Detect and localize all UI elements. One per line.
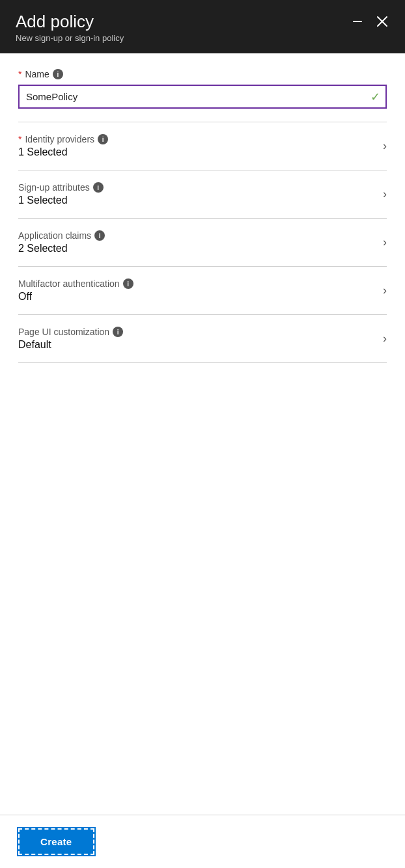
header-actions xyxy=(350,14,389,31)
application-claims-value: 2 Selected xyxy=(18,243,105,254)
multifactor-authentication-label-row: Multifactor authentication i xyxy=(18,278,133,289)
identity-providers-left: * Identity providers i 1 Selected xyxy=(18,134,108,158)
input-valid-checkmark: ✓ xyxy=(370,90,380,104)
minimize-button[interactable] xyxy=(350,14,365,31)
page-ui-customization-label: Page UI customization xyxy=(18,327,109,337)
identity-providers-label: Identity providers xyxy=(25,134,94,144)
name-input-wrapper: ✓ xyxy=(18,85,387,109)
close-button[interactable] xyxy=(375,14,389,31)
sign-up-attributes-label-row: Sign-up attributes i xyxy=(18,182,104,193)
identity-providers-row[interactable]: * Identity providers i 1 Selected › xyxy=(18,122,387,170)
svg-rect-0 xyxy=(353,21,362,22)
name-input[interactable] xyxy=(18,85,387,109)
name-info-icon[interactable]: i xyxy=(53,69,63,79)
application-claims-info-icon[interactable]: i xyxy=(94,230,105,241)
multifactor-authentication-label: Multifactor authentication xyxy=(18,278,120,289)
panel-footer: Create xyxy=(0,815,405,868)
sign-up-attributes-value: 1 Selected xyxy=(18,195,104,206)
application-claims-label-row: Application claims i xyxy=(18,230,105,241)
sign-up-attributes-row[interactable]: Sign-up attributes i 1 Selected › xyxy=(18,170,387,219)
identity-providers-chevron-icon: › xyxy=(383,139,387,153)
application-claims-chevron-icon: › xyxy=(383,236,387,249)
page-ui-customization-chevron-icon: › xyxy=(383,332,387,346)
required-star-identity: * xyxy=(18,134,21,144)
panel-header: Add policy New sign-up or sign-in policy xyxy=(0,0,405,53)
add-policy-panel: Add policy New sign-up or sign-in policy… xyxy=(0,0,405,868)
page-ui-customization-value: Default xyxy=(18,339,123,351)
required-star-name: * xyxy=(18,69,21,79)
create-button[interactable]: Create xyxy=(18,828,94,855)
application-claims-row[interactable]: Application claims i 2 Selected › xyxy=(18,219,387,267)
header-title-group: Add policy New sign-up or sign-in policy xyxy=(16,12,124,43)
identity-providers-value: 1 Selected xyxy=(18,146,108,158)
identity-providers-info-icon[interactable]: i xyxy=(98,134,108,144)
sign-up-attributes-info-icon[interactable]: i xyxy=(93,182,104,193)
panel-body: * Name i ✓ * Identity providers i 1 Se xyxy=(0,53,405,815)
name-label-text: Name xyxy=(25,69,49,79)
multifactor-authentication-left: Multifactor authentication i Off xyxy=(18,278,133,303)
sign-up-attributes-chevron-icon: › xyxy=(383,187,387,201)
rows-container: * Identity providers i 1 Selected › Sign… xyxy=(18,122,387,363)
application-claims-left: Application claims i 2 Selected xyxy=(18,230,105,254)
sign-up-attributes-left: Sign-up attributes i 1 Selected xyxy=(18,182,104,206)
sign-up-attributes-label: Sign-up attributes xyxy=(18,182,90,193)
page-ui-customization-info-icon[interactable]: i xyxy=(113,327,123,337)
name-field-label: * Name i xyxy=(18,69,387,79)
page-ui-customization-row[interactable]: Page UI customization i Default › xyxy=(18,315,387,363)
multifactor-authentication-chevron-icon: › xyxy=(383,284,387,297)
multifactor-authentication-info-icon[interactable]: i xyxy=(123,278,133,289)
application-claims-label: Application claims xyxy=(18,230,91,241)
panel-subtitle: New sign-up or sign-in policy xyxy=(16,33,124,43)
name-field-group: * Name i ✓ xyxy=(18,69,387,109)
multifactor-authentication-row[interactable]: Multifactor authentication i Off › xyxy=(18,267,387,315)
page-ui-customization-left: Page UI customization i Default xyxy=(18,327,123,351)
multifactor-authentication-value: Off xyxy=(18,291,133,303)
page-ui-customization-label-row: Page UI customization i xyxy=(18,327,123,337)
panel-title: Add policy xyxy=(16,12,124,32)
identity-providers-label-row: * Identity providers i xyxy=(18,134,108,144)
